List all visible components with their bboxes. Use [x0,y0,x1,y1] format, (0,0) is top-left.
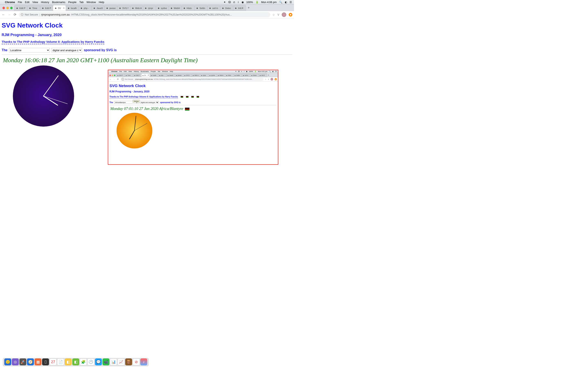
browser-tab: ◆SV× [141,73,150,77]
close-window-button[interactable] [2,7,5,9]
mode-select[interactable]: digital and analogue clock [52,48,82,52]
browser-tab[interactable]: ◆Edit P [14,5,27,11]
browser-tab: ◆Intl.R [259,73,267,77]
browser-tab: ◆Edit P [116,73,125,77]
browser-tab[interactable]: ◆Detec [220,5,233,11]
browser-tab[interactable]: ◆Settin [194,5,208,11]
battery-pct: 100% [246,1,253,4]
status-app-icon[interactable]: ✦ [224,1,226,4]
browser-tab[interactable]: ◆rjmpr [143,5,156,11]
analogue-clock-inner [116,112,277,150]
browser-tab[interactable]: ◆javasc [104,5,117,11]
browser-tab: ◆javasc [175,73,183,77]
menu-history[interactable]: History [41,1,49,4]
browser-tab[interactable]: ◆SVG f [117,5,130,11]
bookmark-star-icon[interactable]: ☆ [272,13,275,16]
status-mail-icon[interactable]: Ⓜ [228,0,231,4]
timezone-select[interactable]: Localtime [9,48,50,52]
browser-tab: ◆Web A [191,73,200,77]
browser-toolbar: ← → ⟳ ⓘ Not Secure | rjmprogramming.com.… [0,11,294,18]
menu-bookmarks[interactable]: Bookmarks [52,1,65,4]
url-path: /HTMLCSS/svg_clock.html?timezone=localti… [71,13,232,16]
menu-file[interactable]: File [18,1,22,4]
wifi-icon[interactable]: ◉ [242,1,244,4]
malawi-flag-icon [185,108,190,110]
reload-button[interactable]: ⟳ [13,13,17,17]
browser-tab: ◆soil in [242,73,250,77]
browser-tab[interactable]: ◆WebH [169,5,182,11]
page-title: SVG Network Clock [2,22,292,29]
ctrl-the: The [2,48,7,52]
profile-avatar[interactable] [282,12,286,17]
browser-tab: ◆JavaS [166,73,175,77]
spotlight-icon[interactable]: 🔍 [279,1,282,4]
menu-edit[interactable]: Edit [25,1,29,4]
control-line: The Localtime digital and analogue clock… [2,48,292,52]
battery-icon: 🔋 [255,1,259,4]
site-info-icon[interactable]: ⓘ [21,13,24,17]
menu-extras-icon[interactable]: ☰ [290,1,292,4]
menubar-app[interactable]: Chrome [5,1,15,4]
tab-close-icon: × [148,74,149,77]
window-controls [2,7,14,11]
browser-tab: ◆rjmpr [200,73,208,77]
menu-people[interactable]: People [68,1,76,4]
menu-window[interactable]: Window [86,1,96,4]
extension-badge-icon[interactable]: ◆ [289,13,292,17]
siri-icon[interactable]: ◐ [285,1,287,4]
browser-tab: ◆Edit P [133,73,141,77]
browser-tab: ◆Settin [233,73,242,77]
back-button[interactable]: ← [2,13,5,17]
thanks-link[interactable]: Thanks to The PHP Anthology Volume II: A… [2,40,104,44]
browser-tab[interactable]: ◆localh [66,5,79,11]
address-bar[interactable]: ⓘ Not Secure | rjmprogramming.com.au/HTM… [19,12,270,17]
nested-digital-clock: Monday 07:01:10 27 Jan 2020 Africa/Blant… [110,106,277,111]
browser-tab[interactable]: ◆Histo [182,5,195,11]
page-content: SVG Network Clock RJM Programming - Janu… [0,18,294,128]
minimize-window-button[interactable] [6,7,9,9]
forward-button[interactable]: → [7,13,11,17]
browser-tab[interactable]: ◆SV× [53,5,66,11]
zoom-window-button[interactable] [10,7,13,9]
browser-tab[interactable]: ◆Time [27,5,40,11]
browser-tab[interactable]: ◆JavaS [91,5,104,11]
flag-row [181,96,199,98]
browser-tab: ◆localh [150,73,158,77]
browser-tab: ◆Detec [250,73,259,77]
url-host: rjmprogramming.com.au [41,13,70,16]
browser-tab[interactable]: ◆php - [79,5,92,11]
browser-tab: ◆Time [125,73,133,77]
browser-tab: ◆sydne [208,73,217,77]
bluetooth-icon[interactable]: ᚼ [237,1,239,4]
browser-tab[interactable]: ◆Intl.R [233,5,246,11]
browser-tab[interactable]: ◆Web A [130,5,143,11]
browser-tabstrip: ◆Edit P◆Time◆Edit P◆SV×◆localh◆php -◆Jav… [0,4,294,11]
tooltip-malawi: Malawi [133,100,140,103]
menu-view[interactable]: View [32,1,38,4]
browser-tab: ◆WebH [217,73,225,77]
browser-tab: ◆php - [158,73,167,77]
digital-clock: Monday 16:06:18 27 Jan 2020 GMT+1100 (Au… [3,57,292,64]
browser-tab[interactable]: ◆Edit P [40,5,53,11]
airplay-icon[interactable]: ⎚ [233,1,235,4]
new-tab-button[interactable]: + [246,6,251,11]
browser-tab[interactable]: ◆sydne [156,5,169,11]
extension-v-icon[interactable]: V [277,13,279,16]
mac-menubar: Chrome File Edit View History Bookmarks … [0,0,294,4]
nested-clock: Mon 4:01 pm [258,71,268,72]
browser-tab[interactable]: ◆soil in [207,5,220,11]
nested-screenshot: Chrome File Edit View History Bookmarks … [108,70,278,165]
menubar-clock[interactable]: Mon 4:06 pm [261,1,277,4]
menu-help[interactable]: Help [99,1,104,4]
menu-tab[interactable]: Tab [79,1,84,4]
tab-close-icon[interactable]: × [63,7,65,9]
page-subtitle: RJM Programming - January, 2020 [2,33,292,37]
browser-tab: ◆SVG f [183,73,192,77]
browser-tab: ◆Histo [225,73,233,77]
separator [2,54,292,55]
ctrl-sponsored: sponsored by SVG is [84,48,117,52]
not-secure-label: Not Secure [25,13,38,16]
